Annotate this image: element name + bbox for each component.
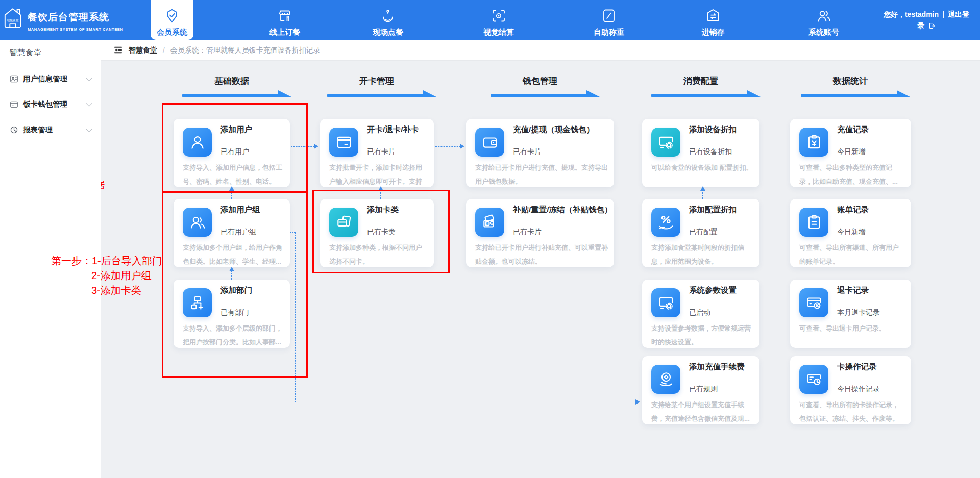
device-discount-icon bbox=[651, 128, 680, 157]
inventory-icon bbox=[705, 7, 721, 24]
card-operation-record-icon bbox=[799, 365, 828, 394]
breadcrumb-root[interactable]: 智慧食堂 bbox=[129, 46, 157, 54]
card-add-department[interactable]: 添加部门 已有部门 支持导入、添加多个层级的部门，把用户按部门分类。比如人事部.… bbox=[174, 280, 290, 348]
card-add-user[interactable]: 添加用户 已有用户 支持导入、添加用户信息，包括工号、密码、姓名、性别、电话。 bbox=[174, 119, 290, 187]
column-underline bbox=[491, 94, 587, 97]
card-description: 支持添加多个用户组，给用户作角色归类。比如老师、学生、经理... bbox=[183, 241, 284, 268]
sidebar-item-user-info[interactable]: 用户信息管理 bbox=[0, 68, 101, 89]
arrow-up-icon bbox=[229, 267, 234, 271]
nav-tab-system-accounts[interactable]: 系统账号 bbox=[802, 0, 845, 40]
arrow-right-icon bbox=[635, 399, 640, 405]
card-description: 可以给食堂的设备添加 配置折扣。 bbox=[651, 161, 753, 174]
arrow-right-icon bbox=[314, 144, 318, 149]
column-underline-arrow bbox=[897, 90, 911, 97]
nav-tab-inventory[interactable]: 进销存 bbox=[692, 0, 734, 40]
card-description: 支持导入、添加多个层级的部门，把用户按部门分类。比如人事部... bbox=[183, 321, 284, 349]
card-subtitle: 今日新增 bbox=[837, 147, 866, 156]
card-title: 充值记录 bbox=[837, 125, 869, 134]
card-subtitle: 已有用户 bbox=[220, 147, 249, 156]
nav-tab-label: 视觉结算 bbox=[483, 28, 514, 37]
connector-config-to-device bbox=[702, 190, 703, 199]
card-subtitle: 已启动 bbox=[689, 308, 710, 317]
card-title: 账单记录 bbox=[837, 206, 869, 214]
add-department-icon bbox=[183, 288, 212, 317]
card-issue-card[interactable]: 开卡/退卡/补卡 已有卡片 支持批量开卡，添加卡时选择用户输入相应信息即可开卡。… bbox=[320, 119, 434, 187]
chevron-down-icon[interactable] bbox=[86, 100, 92, 107]
user-info-icon bbox=[10, 74, 18, 83]
column-underline bbox=[327, 94, 424, 97]
column-underline-arrow bbox=[747, 90, 762, 97]
card-add-user-group[interactable]: 添加用户组 已有用户组 支持添加多个用户组，给用户作角色归类。比如老师、学生、经… bbox=[174, 199, 290, 267]
card-subtitle: 今日新增 bbox=[837, 227, 866, 236]
nav-tab-membership[interactable]: 会员系统 bbox=[151, 0, 193, 40]
card-title: 添加设备折扣 bbox=[689, 125, 737, 134]
column-underline bbox=[801, 94, 898, 97]
card-return-record-icon bbox=[799, 288, 828, 317]
sidebar-item-label: 饭卡钱包管理 bbox=[23, 99, 67, 109]
card-title: 系统参数设置 bbox=[689, 286, 737, 294]
nav-tab-onsite-order[interactable]: 现场点餐 bbox=[366, 0, 409, 40]
card-subtitle: 已有部门 bbox=[220, 308, 249, 317]
subsidy-wallet-icon: 补 bbox=[475, 208, 504, 237]
card-operation-record[interactable]: 卡操作记录 今日操作记录 可查看、导出所有的卡操作记录，包括认证、冻结、挂失、作… bbox=[790, 356, 911, 424]
nav-tab-self-weigh[interactable]: 自助称重 bbox=[587, 0, 630, 40]
card-bill-record[interactable]: 账单记录 今日新增 可查看、导出所有渠道、所有用户的账单记录。 bbox=[790, 199, 911, 267]
card-description: 支持导入、添加用户信息，包括工号、密码、姓名、性别、电话。 bbox=[183, 161, 284, 188]
sidebar-collapse-icon[interactable] bbox=[113, 46, 123, 56]
add-card-type-icon bbox=[329, 208, 358, 237]
annotation-line: 第一步：1-后台导入部门 bbox=[51, 254, 162, 268]
card-recharge-withdraw[interactable]: 充值/提现（现金钱包） 已有卡片 支持给已开卡用户进行充值、提现。支持导出用户钱… bbox=[466, 119, 614, 187]
chevron-down-icon[interactable] bbox=[86, 125, 92, 132]
sidebar-item-meal-card-wallet[interactable]: 饭卡钱包管理 bbox=[0, 94, 101, 114]
svg-text:智慧食堂: 智慧食堂 bbox=[7, 19, 19, 22]
vision-checkout-scan-icon bbox=[491, 7, 506, 24]
card-description: 支持给某个用户组设置充值手续费，充值途径包含微信充值及现... bbox=[651, 398, 753, 425]
card-subtitle: 本月退卡记录 bbox=[837, 308, 880, 317]
card-subtitle: 已有规则 bbox=[689, 384, 718, 393]
logout-icon[interactable] bbox=[928, 21, 935, 32]
card-subtitle: 已有卡片 bbox=[513, 147, 542, 156]
card-config-discount[interactable]: 添加配置折扣 已有配置 支持添加食堂某时间段的折扣信息，应用范围为设备。 bbox=[642, 199, 760, 267]
chevron-down-icon[interactable] bbox=[86, 74, 92, 81]
add-user-group-icon bbox=[183, 208, 212, 237]
card-description: 可查看、导出所有渠道、所有用户的账单记录。 bbox=[799, 241, 905, 268]
card-description: 支持设置参考数据，方便常规运营时的快速设置。 bbox=[651, 321, 753, 349]
nav-tab-vision-checkout[interactable]: 视觉结算 bbox=[477, 0, 520, 40]
card-device-discount[interactable]: 添加设备折扣 已有设备折扣 可以给食堂的设备添加 配置折扣。 bbox=[642, 119, 760, 187]
column-title-wallet-mgmt: 钱包管理 bbox=[489, 75, 591, 87]
arrow-up-icon bbox=[700, 186, 705, 191]
arrow-up-icon bbox=[378, 186, 383, 191]
connector-dept-to-group bbox=[231, 270, 232, 280]
breadcrumb: 智慧食堂 / 会员系统：管理就餐人员饭卡充值设备折扣记录 bbox=[129, 46, 321, 55]
card-return-record[interactable]: 退卡记录 本月退卡记录 可查看、导出退卡用户记录。 bbox=[790, 280, 911, 348]
membership-badge-icon bbox=[164, 7, 180, 24]
system-params-icon bbox=[651, 288, 680, 317]
card-subsidy-reset-freeze[interactable]: 补 补贴/重置/冻结（补贴钱包） 已有卡片 支持给已开卡用户进行补贴充值、可以重… bbox=[466, 199, 614, 267]
connector-group-to-user bbox=[231, 190, 232, 199]
sidebar-item-label: 报表管理 bbox=[23, 125, 53, 135]
connector-cardtype-to-issue bbox=[380, 190, 381, 199]
nav-tab-label: 自助称重 bbox=[594, 28, 624, 37]
card-title: 添加部门 bbox=[220, 286, 252, 294]
nav-tab-label: 会员系统 bbox=[157, 28, 187, 37]
nav-tab-label: 系统账号 bbox=[808, 28, 839, 37]
config-discount-icon bbox=[651, 208, 680, 237]
card-subtitle: 已有用户组 bbox=[220, 227, 256, 236]
issue-card-icon bbox=[329, 128, 358, 157]
canteen-house-logo-icon: 智慧食堂 bbox=[3, 7, 22, 35]
card-title: 补贴/重置/冻结（补贴钱包） bbox=[513, 206, 612, 214]
card-recharge-fee[interactable]: 添加充值手续费 已有规则 支持给某个用户组设置充值手续费，充值途径包含微信充值及… bbox=[642, 356, 760, 424]
nav-tab-online-order[interactable]: 线上订餐 bbox=[263, 0, 306, 40]
card-add-card-type[interactable]: 添加卡类 已有卡类 支持添加多种类，根据不同用户选择不同卡。 bbox=[320, 199, 434, 267]
card-system-params[interactable]: 系统参数设置 已启动 支持设置参考数据，方便常规运营时的快速设置。 bbox=[642, 280, 760, 348]
card-subtitle: 已有配置 bbox=[689, 227, 718, 236]
card-subtitle: 已有卡类 bbox=[367, 227, 396, 236]
card-recharge-record[interactable]: 充值记录 今日新增 可查看、导出多种类型的充值记录，比如自助充值、现金充值、..… bbox=[790, 119, 911, 187]
column-underline-arrow bbox=[586, 90, 601, 97]
column-underline-arrow bbox=[278, 90, 292, 97]
nav-tab-label: 线上订餐 bbox=[270, 28, 300, 37]
report-chart-icon bbox=[10, 125, 18, 134]
card-description: 可查看、导出多种类型的充值记录，比如自助充值、现金充值、... bbox=[799, 161, 905, 188]
sidebar-item-reports[interactable]: 报表管理 bbox=[0, 119, 101, 140]
recharge-fee-icon bbox=[651, 365, 680, 394]
